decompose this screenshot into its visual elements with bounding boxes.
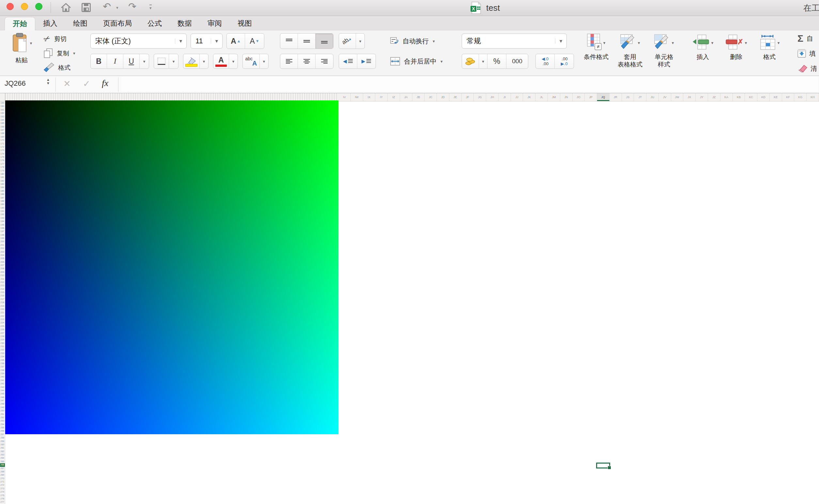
conditional-dropdown-icon[interactable]: ▾ bbox=[603, 40, 605, 45]
row-header-187[interactable]: 187 bbox=[0, 196, 5, 200]
row-header-249[interactable]: 249 bbox=[0, 406, 5, 409]
increase-indent-button[interactable]: ▶ bbox=[357, 54, 376, 68]
row-header-240[interactable]: 240 bbox=[0, 375, 5, 378]
row-header-243[interactable]: 243 bbox=[0, 386, 5, 389]
row-header-271[interactable]: 271 bbox=[0, 480, 5, 483]
row-header-217[interactable]: 217 bbox=[0, 298, 5, 301]
insert-cells-button[interactable]: ▾ 插入 bbox=[688, 32, 718, 61]
row-header-261[interactable]: 261 bbox=[0, 446, 5, 450]
column-header-iv[interactable]: IV bbox=[338, 93, 351, 101]
format-as-table-button[interactable]: ▾ 套用表格格式 bbox=[614, 32, 647, 68]
row-header-235[interactable]: 235 bbox=[0, 359, 5, 362]
column-header-jh[interactable]: JH bbox=[486, 93, 499, 101]
row-header-277[interactable]: 277 bbox=[0, 500, 5, 504]
row-header-211[interactable]: 211 bbox=[0, 277, 5, 281]
align-bottom-button[interactable] bbox=[316, 34, 333, 49]
merge-center-button[interactable]: 合并后居中 bbox=[404, 58, 437, 65]
row-header-253[interactable]: 253 bbox=[0, 419, 5, 422]
row-header-256[interactable]: 256 bbox=[0, 429, 5, 433]
row-header-276[interactable]: 276 bbox=[0, 497, 5, 500]
column-header-jt[interactable]: JT bbox=[634, 93, 647, 101]
row-header-229[interactable]: 229 bbox=[0, 338, 5, 341]
row-header-190[interactable]: 190 bbox=[0, 206, 5, 210]
row-header-160[interactable]: 160 bbox=[0, 105, 5, 108]
tab-view[interactable]: 视图 bbox=[230, 17, 260, 30]
row-header-219[interactable]: 219 bbox=[0, 304, 5, 308]
row-header-258[interactable]: 258 bbox=[0, 436, 5, 439]
row-header-225[interactable]: 225 bbox=[0, 325, 5, 328]
copy-button[interactable]: 复制 ▾ bbox=[44, 46, 75, 60]
number-format-dropdown-icon[interactable]: ▼ bbox=[555, 38, 566, 44]
save-icon[interactable] bbox=[82, 3, 91, 12]
cell-styles-dropdown-icon[interactable]: ▾ bbox=[672, 40, 674, 45]
column-header-jq[interactable]: JQ bbox=[597, 93, 609, 101]
currency-dropdown-icon[interactable]: ▾ bbox=[479, 54, 487, 68]
row-header-259[interactable]: 259 bbox=[0, 440, 5, 443]
row-header-175[interactable]: 175 bbox=[0, 156, 5, 159]
borders-button[interactable] bbox=[154, 54, 169, 68]
font-family-dropdown-icon[interactable]: ▼ bbox=[175, 38, 186, 44]
row-header-269[interactable]: 269 bbox=[0, 473, 5, 477]
row-header-159[interactable]: 159 bbox=[0, 101, 5, 105]
underline-button[interactable]: U bbox=[123, 54, 140, 68]
row-header-270[interactable]: 270 bbox=[0, 477, 5, 480]
phonetic-dropdown-icon[interactable]: ▾ bbox=[260, 54, 268, 68]
column-header-kg[interactable]: KG bbox=[794, 93, 807, 101]
row-header-274[interactable]: 274 bbox=[0, 490, 5, 494]
column-header-jk[interactable]: JK bbox=[523, 93, 535, 101]
column-header-jm[interactable]: JM bbox=[548, 93, 560, 101]
row-header-181[interactable]: 181 bbox=[0, 176, 5, 179]
column-header-jo[interactable]: JO bbox=[573, 93, 585, 101]
row-header-161[interactable]: 161 bbox=[0, 108, 5, 111]
row-header-231[interactable]: 231 bbox=[0, 345, 5, 348]
worksheet[interactable]: IVIWIXIYIZJAJBJCJDJEJFJGJHJIJJJKJLJMJNJO… bbox=[0, 93, 819, 504]
row-header-254[interactable]: 254 bbox=[0, 423, 5, 426]
row-header-242[interactable]: 242 bbox=[0, 382, 5, 385]
column-header-kh[interactable]: KH bbox=[807, 93, 819, 101]
row-header-247[interactable]: 247 bbox=[0, 399, 5, 402]
undo-icon[interactable]: ↶ bbox=[103, 1, 111, 12]
clear-button[interactable]: 清 bbox=[797, 61, 817, 76]
font-color-button[interactable]: A bbox=[214, 54, 229, 68]
row-header-237[interactable]: 237 bbox=[0, 365, 5, 368]
row-header-191[interactable]: 191 bbox=[0, 210, 5, 213]
row-header-203[interactable]: 203 bbox=[0, 250, 5, 254]
row-header-179[interactable]: 179 bbox=[0, 169, 5, 172]
row-header-267[interactable]: 267 bbox=[0, 467, 5, 470]
gradient-picture[interactable] bbox=[5, 100, 338, 434]
align-middle-button[interactable] bbox=[298, 34, 316, 49]
phonetic-style-button[interactable]: abcA bbox=[243, 54, 260, 68]
row-header-262[interactable]: 262 bbox=[0, 450, 5, 453]
autosum-button[interactable]: Σ 自 bbox=[797, 31, 813, 46]
fill-color-button[interactable] bbox=[183, 54, 200, 68]
column-header-ju[interactable]: JU bbox=[647, 93, 659, 101]
row-header-227[interactable]: 227 bbox=[0, 332, 5, 335]
row-header-183[interactable]: 183 bbox=[0, 183, 5, 186]
format-table-dropdown-icon[interactable]: ▾ bbox=[638, 40, 640, 45]
column-header-jl[interactable]: JL bbox=[535, 93, 548, 101]
cancel-icon[interactable]: ✕ bbox=[63, 79, 71, 89]
tab-review[interactable]: 审阅 bbox=[200, 17, 230, 30]
row-header-265[interactable]: 265 bbox=[0, 460, 5, 463]
close-button[interactable] bbox=[7, 3, 14, 10]
row-header-210[interactable]: 210 bbox=[0, 274, 5, 277]
row-header-185[interactable]: 185 bbox=[0, 189, 5, 193]
enter-icon[interactable]: ✓ bbox=[83, 79, 90, 89]
tab-data[interactable]: 数据 bbox=[170, 17, 200, 30]
row-header-241[interactable]: 241 bbox=[0, 379, 5, 382]
row-header-214[interactable]: 214 bbox=[0, 288, 5, 291]
row-header-239[interactable]: 239 bbox=[0, 372, 5, 375]
row-header-196[interactable]: 196 bbox=[0, 227, 5, 230]
row-header-234[interactable]: 234 bbox=[0, 355, 5, 358]
column-header-jy[interactable]: JY bbox=[696, 93, 708, 101]
row-header-233[interactable]: 233 bbox=[0, 352, 5, 355]
column-header-kc[interactable]: KC bbox=[745, 93, 757, 101]
tab-home[interactable]: 开始 bbox=[5, 17, 35, 30]
column-header-ix[interactable]: IX bbox=[363, 93, 376, 101]
row-header-250[interactable]: 250 bbox=[0, 409, 5, 412]
column-header-jj[interactable]: JJ bbox=[511, 93, 523, 101]
italic-button[interactable]: I bbox=[107, 54, 123, 68]
column-header-iw[interactable]: IW bbox=[351, 93, 363, 101]
row-header-216[interactable]: 216 bbox=[0, 294, 5, 297]
row-header-182[interactable]: 182 bbox=[0, 179, 5, 183]
